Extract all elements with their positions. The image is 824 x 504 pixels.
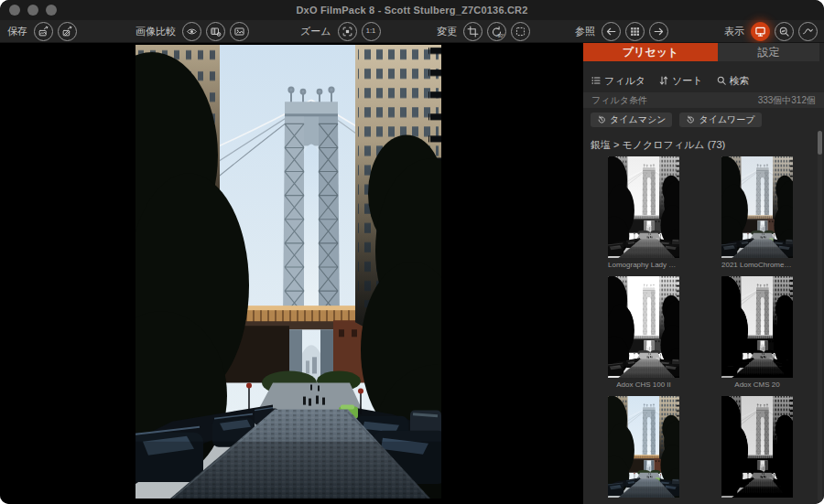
preset-thumbnail[interactable] — [721, 276, 793, 378]
image-canvas — [0, 43, 583, 504]
zoom-label: ズーム — [300, 25, 331, 38]
preset-panel: プリセット 設定 フィルタ ソート 検索 フィルタ条件 3 — [583, 43, 824, 504]
thumbnails-grid-icon — [629, 26, 641, 38]
time-warp-icon — [686, 115, 695, 124]
scrollbar-thumb[interactable] — [818, 131, 822, 155]
filter-condition-label: フィルタ条件 — [591, 94, 647, 107]
content-area: プリセット 設定 フィルタ ソート 検索 フィルタ条件 3 — [0, 43, 824, 504]
preset-name: Lomography Lady Grey B&W ISO 400 — [608, 261, 679, 269]
sort-menu-label: ソート — [672, 74, 703, 88]
time-buttons-row: タイムマシン タイムワープ — [591, 113, 824, 127]
display-group: 表示 — [724, 20, 818, 42]
export-to-editor-icon — [61, 26, 73, 38]
zoom-100-button[interactable]: 1:1 — [362, 22, 381, 41]
show-original-button[interactable] — [230, 22, 249, 41]
frame-icon — [515, 26, 526, 38]
loupe-button[interactable] — [775, 22, 794, 41]
panel-tabs: プリセット 設定 — [583, 43, 824, 61]
filter-bar: フィルタ ソート 検索 — [591, 73, 824, 88]
crop-button[interactable] — [463, 22, 482, 41]
zoom-fit-button[interactable] — [338, 22, 357, 41]
sort-menu[interactable]: ソート — [658, 74, 703, 88]
preset-thumbnail[interactable] — [608, 396, 679, 498]
split-compare-icon — [210, 26, 222, 38]
export-image-icon — [38, 26, 49, 38]
filter-count: 333個中312個 — [758, 94, 816, 107]
zoom-ratio: 1:1 — [366, 27, 375, 35]
panel-scrollbar[interactable] — [818, 131, 822, 501]
search-label: 検索 — [730, 74, 750, 88]
modify-label: 変更 — [437, 25, 457, 38]
display-monitor-button[interactable] — [751, 22, 770, 41]
frame-button[interactable] — [511, 22, 530, 41]
rotate-badge: 90° — [497, 33, 504, 38]
tab-presets[interactable]: プリセット — [583, 43, 718, 61]
export-to-editor-button[interactable] — [58, 22, 77, 41]
app-window: DxO FilmPack 8 - Scott Stulberg_Z7C0136.… — [0, 0, 824, 504]
loupe-icon — [778, 26, 790, 38]
previous-image-button[interactable] — [602, 22, 621, 41]
preset-cell: Adox CMS 20 — [721, 276, 793, 389]
sort-icon — [658, 75, 669, 86]
save-label: 保存 — [7, 25, 27, 38]
compare-eye-button[interactable] — [182, 22, 201, 41]
preset-cell: Lomography Lady Grey B&W ISO 400 — [608, 156, 679, 269]
tab-settings[interactable]: 設定 — [718, 43, 819, 61]
search-icon — [716, 75, 727, 86]
original-photo-icon — [233, 26, 245, 38]
filter-condition-bar: フィルタ条件 333個中312個 — [583, 92, 824, 108]
zoom-group: ズーム 1:1 — [300, 20, 381, 42]
split-compare-button[interactable] — [206, 22, 225, 41]
eye-icon — [186, 26, 198, 38]
minimize-window-button[interactable] — [27, 5, 38, 16]
preset-thumbnail[interactable] — [721, 396, 793, 498]
maximize-window-button[interactable] — [46, 5, 57, 16]
toolbar: 保存 画像比較 ズーム 1:1 変更 90° 参照 — [0, 20, 824, 43]
preset-cell: 2021 LomoChrome Metropolis 100-… — [721, 156, 793, 269]
time-machine-button[interactable]: タイムマシン — [591, 113, 672, 127]
time-machine-label: タイムマシン — [610, 113, 666, 126]
window-title: DxO FilmPack 8 - Scott Stulberg_Z7C0136.… — [0, 5, 824, 16]
preset-cell — [721, 396, 793, 500]
filter-menu[interactable]: フィルタ — [591, 74, 645, 88]
prev-image-icon — [605, 26, 617, 38]
search-toggle[interactable]: 検索 — [716, 74, 750, 88]
preset-cell — [608, 396, 679, 500]
display-label: 表示 — [724, 25, 744, 38]
browse-group: 参照 — [575, 20, 668, 42]
filter-list-icon — [591, 75, 602, 86]
preset-thumbnail[interactable] — [608, 276, 679, 378]
main-photo[interactable] — [136, 45, 441, 499]
next-image-button[interactable] — [649, 22, 668, 41]
zoom-fit-icon — [342, 26, 353, 38]
save-group: 保存 — [7, 20, 77, 42]
monitor-icon — [754, 26, 766, 38]
preset-name: Adox CMS 20 — [721, 381, 793, 389]
preset-name: Adox CHS 100 II — [608, 381, 679, 389]
modify-group: 変更 90° — [437, 20, 530, 42]
title-bar: DxO FilmPack 8 - Scott Stulberg_Z7C0136.… — [0, 0, 824, 20]
time-warp-button[interactable]: タイムワープ — [679, 113, 761, 127]
category-header: 銀塩 > モノクロフィルム (73) — [591, 138, 824, 152]
filter-menu-label: フィルタ — [604, 74, 645, 88]
tone-curve-button[interactable] — [798, 22, 818, 41]
preset-thumbnail[interactable] — [608, 156, 679, 258]
compare-group: 画像比較 — [136, 20, 249, 42]
preset-grid: Lomography Lady Grey B&W ISO 400 2021 Lo… — [608, 156, 793, 500]
rotate-90-button[interactable]: 90° — [487, 22, 506, 41]
close-window-button[interactable] — [9, 5, 20, 16]
time-warp-label: タイムワープ — [699, 113, 754, 126]
thumbnails-grid-button[interactable] — [625, 22, 645, 41]
time-machine-icon — [597, 115, 606, 124]
crop-icon — [467, 26, 479, 38]
browse-label: 参照 — [575, 25, 595, 38]
compare-label: 画像比較 — [136, 25, 176, 38]
tone-curve-icon — [802, 26, 814, 38]
export-image-button[interactable] — [34, 22, 53, 41]
preset-cell: Adox CHS 100 II — [608, 276, 679, 389]
preset-thumbnail[interactable] — [721, 156, 793, 258]
next-image-icon — [653, 26, 665, 38]
preset-name: 2021 LomoChrome Metropolis 100-… — [721, 261, 793, 269]
